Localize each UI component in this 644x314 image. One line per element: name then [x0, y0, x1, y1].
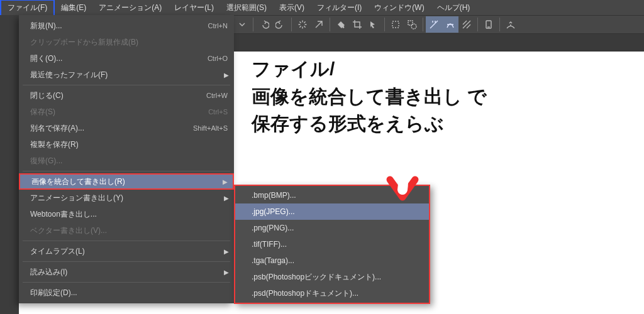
shortcut: Ctrl+W [206, 92, 228, 99]
menubar: ファイル(F)編集(E)アニメーション(A)レイヤー(L)選択範囲(S)表示(V… [0, 0, 644, 15]
menu-item-label: Webtoon書き出し... [30, 209, 228, 220]
snap-special-icon[interactable] [442, 16, 458, 33]
menu-item-label: ベクター書き出し(V)... [30, 225, 228, 236]
fill-icon[interactable] [333, 16, 349, 33]
export-item-1[interactable]: .jpg(JPEG)... [235, 203, 429, 220]
svg-line-6 [300, 26, 301, 27]
svg-line-4 [300, 22, 301, 23]
file-menu-item-14: ベクター書き出し(V)... [19, 222, 234, 239]
menu-item-label: アニメーション書き出し(Y) [30, 193, 228, 203]
menu-item-label: 画像を統合して書き出し(R) [31, 176, 226, 187]
file-menu-item-9: 復帰(G)... [19, 153, 234, 169]
file-menu-item-16[interactable]: タイムラプス(L)▶ [19, 243, 234, 259]
menu-item-label: 復帰(G)... [30, 156, 228, 166]
menu-item-label: 開く(O)... [30, 53, 208, 64]
menu-3[interactable]: レイヤー(L) [168, 1, 220, 15]
file-menu-item-6: 保存(S)Ctrl+S [19, 104, 234, 120]
file-menu-item-13[interactable]: Webtoon書き出し... [19, 206, 234, 222]
menu-item-label: 印刷設定(D)... [30, 288, 228, 298]
file-menu-item-0[interactable]: 新規(N)...Ctrl+N [19, 18, 234, 34]
submenu-arrow-icon: ▶ [224, 269, 229, 276]
dropdown-toggle[interactable] [234, 16, 250, 33]
undo-icon[interactable] [256, 16, 272, 33]
menu-item-label: 別名で保存(A)... [30, 123, 193, 134]
selection-shapes-icon[interactable] [404, 16, 420, 33]
menu-0[interactable]: ファイル(F) [0, 0, 55, 16]
menu-1[interactable]: 編集(E) [55, 1, 92, 15]
gutter [0, 15, 19, 314]
export-item-3[interactable]: .tif(TIFF)... [235, 236, 429, 252]
snap-grid-icon[interactable] [458, 16, 475, 33]
menu-item-label: 最近使ったファイル(F) [30, 70, 228, 80]
shortcut: Ctrl+O [208, 55, 228, 62]
submenu-arrow-icon: ▶ [224, 248, 229, 255]
sub-toolbar [234, 34, 644, 51]
redo-icon[interactable] [272, 16, 289, 33]
export-item-0[interactable]: .bmp(BMP)... [235, 187, 429, 203]
submenu-arrow-icon: ▶ [224, 72, 229, 78]
svg-point-10 [411, 24, 416, 29]
file-menu-item-18[interactable]: 読み込み(I)▶ [19, 264, 234, 280]
export-item-2[interactable]: .png(PNG)... [235, 220, 429, 236]
file-menu-item-7[interactable]: 別名で保存(A)...Shift+Alt+S [19, 120, 234, 136]
toolbar [234, 15, 644, 34]
menu-6[interactable]: フィルター(I) [311, 1, 368, 15]
device-icon[interactable] [480, 16, 497, 33]
file-menu-item-20[interactable]: 印刷設定(D)... [19, 284, 234, 301]
file-menu-item-8[interactable]: 複製を保存(R) [19, 136, 234, 153]
file-menu-item-5[interactable]: 閉じる(C)Ctrl+W [19, 87, 234, 104]
file-menu-item-11[interactable]: 画像を統合して書き出し(R)▶ [19, 173, 234, 190]
export-item-6[interactable]: .psd(Photoshopドキュメント)... [235, 285, 429, 301]
selection-rect-icon[interactable] [387, 16, 404, 33]
svg-rect-8 [392, 21, 399, 28]
export-item-5[interactable]: .psb(Photoshopビックドキュメント)... [235, 269, 429, 285]
file-menu-item-1: クリップボードから新規作成(B) [19, 34, 234, 50]
menu-item-label: 読み込み(I) [30, 267, 228, 278]
submenu-arrow-icon: ▶ [224, 195, 229, 202]
menu-4[interactable]: 選択範囲(S) [220, 1, 273, 15]
menu-item-label: 新規(N)... [30, 21, 208, 31]
svg-point-13 [510, 24, 511, 26]
clear-icon[interactable] [311, 16, 327, 33]
submenu-arrow-icon: ▶ [223, 178, 228, 185]
menu-item-label: タイムラプス(L) [30, 246, 228, 257]
menu-8[interactable]: ヘルプ(H) [431, 1, 477, 15]
menu-7[interactable]: ウィンドウ(W) [368, 1, 430, 15]
smartphone-icon[interactable] [502, 16, 519, 33]
export-item-4[interactable]: .tga(Targa)... [235, 252, 429, 269]
menu-item-label: クリップボードから新規作成(B) [30, 37, 228, 48]
menu-item-label: 閉じる(C) [30, 90, 206, 101]
svg-line-5 [304, 26, 305, 27]
shortcut: Ctrl+N [208, 22, 228, 30]
crop-icon[interactable] [349, 16, 365, 33]
snap-ruler-icon[interactable] [426, 16, 442, 33]
file-menu-dropdown: 新規(N)...Ctrl+Nクリップボードから新規作成(B)開く(O)...Ct… [19, 15, 234, 303]
arrow-icon[interactable] [365, 16, 382, 33]
export-submenu: .bmp(BMP)....jpg(JPEG)....png(PNG)....ti… [234, 185, 430, 304]
menu-item-label: 保存(S) [30, 107, 208, 117]
shortcut: Ctrl+S [208, 108, 228, 116]
shortcut: Shift+Alt+S [193, 124, 228, 132]
menu-2[interactable]: アニメーション(A) [92, 1, 168, 15]
loading-icon[interactable] [294, 16, 311, 33]
file-menu-item-3[interactable]: 最近使ったファイル(F)▶ [19, 67, 234, 83]
svg-line-7 [304, 22, 305, 23]
file-menu-item-12[interactable]: アニメーション書き出し(Y)▶ [19, 190, 234, 206]
menu-item-label: 複製を保存(R) [30, 139, 228, 150]
file-menu-item-2[interactable]: 開く(O)...Ctrl+O [19, 50, 234, 67]
menu-5[interactable]: 表示(V) [273, 1, 311, 15]
